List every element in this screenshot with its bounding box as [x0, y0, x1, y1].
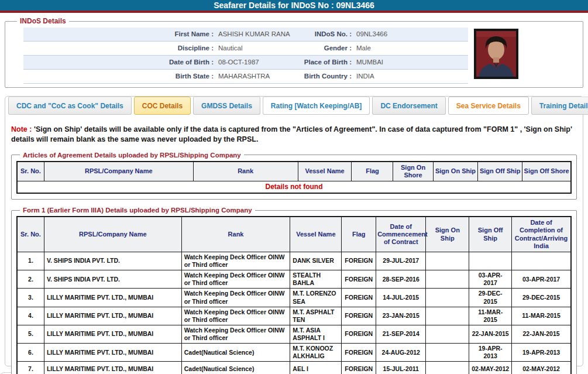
- cell-sr: 1.: [17, 252, 44, 270]
- gender-value: Male: [356, 42, 468, 55]
- birth-country-value: INDIA: [356, 70, 468, 83]
- table-row: 7. LILLY MARITIME PVT. LTD., MUMBAI Cade…: [17, 362, 571, 374]
- cell-vessel: STEALTH BAHLA: [290, 270, 342, 289]
- tab-sea-service-details[interactable]: Sea Service Details: [448, 97, 529, 115]
- cell-sign-on-ship: [426, 289, 469, 307]
- cell-completion: 02-MAY-2012: [512, 362, 571, 374]
- cell-commencement: 21-SEP-2014: [376, 325, 426, 343]
- table-row: 2. V. SHIPS INDIA PVT. LTD. Watch Keepin…: [17, 270, 571, 289]
- cell-sr: 3.: [17, 289, 44, 307]
- cell-flag: FOREIGN: [342, 289, 376, 307]
- first-name-label: First Name :: [23, 28, 214, 41]
- indos-no-label: INDoS No. :: [299, 28, 352, 41]
- aoa-table: Sr. No. RPSL/Company Name Rank Vessel Na…: [16, 161, 572, 194]
- cell-company: LILLY MARITIME PVT. LTD., MUMBAI: [44, 362, 181, 374]
- tab-training-details[interactable]: Training Details: [531, 97, 588, 115]
- form1-col-company: RPSL/Company Name: [44, 217, 181, 252]
- cell-vessel: M.T. KONOOZ ALKHALIG: [290, 344, 342, 362]
- seafarer-photo: [474, 29, 518, 79]
- cell-vessel: AEL I: [290, 362, 342, 374]
- cell-vessel: M.T. LORENZO SEA: [290, 289, 342, 307]
- cell-sign-off-ship: 29-DEC-2015: [469, 289, 512, 307]
- form1-col-sr: Sr. No.: [17, 217, 44, 252]
- note-text: 'Sign on Ship' details will be available…: [11, 125, 572, 143]
- indos-details-section: INDoS Details First Name : ASHISH KUMAR …: [5, 17, 583, 88]
- cell-company: LILLY MARITIME PVT. LTD., MUMBAI: [44, 307, 181, 325]
- tab-gmdss-details[interactable]: GMDSS Details: [193, 97, 260, 115]
- tab-rating[interactable]: Rating [Watch Keeping/AB]: [263, 97, 370, 115]
- tab-bar: CDC and "CoC as Cook" Details COC Detail…: [5, 97, 583, 115]
- cell-commencement: 23-JAN-2015: [376, 307, 426, 325]
- cell-sign-off-ship: [469, 252, 512, 270]
- cell-sign-on-ship: [426, 362, 469, 374]
- aoa-empty-row: Details not found: [17, 181, 571, 194]
- birth-state-label: Birth State :: [23, 70, 214, 83]
- cell-rank: Watch Keeping Deck Officer OINW or Third…: [181, 252, 290, 270]
- cell-commencement: 15-JUL-2011: [376, 362, 426, 374]
- aoa-col-flag: Flag: [352, 162, 393, 181]
- cell-completion: 03-APR-2017: [512, 270, 571, 289]
- form1-col-flag: Flag: [342, 217, 376, 252]
- cell-sign-off-ship: 19-APR-2013: [469, 344, 512, 362]
- cell-completion: 11-MAR-2015: [512, 307, 571, 325]
- cell-commencement: 29-JUL-2017: [376, 252, 426, 270]
- table-row: 4. LILLY MARITIME PVT. LTD., MUMBAI Watc…: [17, 307, 571, 325]
- dob-value: 08-OCT-1987: [218, 56, 294, 69]
- form1-col-commencement: Date of Commencement of Contract: [376, 217, 426, 252]
- cell-vessel: M.T. ASIA ASPHALT I: [290, 325, 342, 343]
- aoa-empty-message: Details not found: [17, 181, 571, 194]
- tab-panel: CDC and "CoC as Cook" Details COC Detail…: [5, 96, 583, 366]
- form1-header-row: Sr. No. RPSL/Company Name Rank Vessel Na…: [17, 217, 571, 252]
- aoa-col-off-shore: Sign Off Shore: [522, 162, 571, 181]
- pob-value: MUMBAI: [356, 56, 468, 69]
- cell-flag: FOREIGN: [342, 325, 376, 343]
- birth-state-value: MAHARASHTRA: [218, 70, 294, 83]
- aoa-header-row: Sr. No. RPSL/Company Name Rank Vessel Na…: [17, 162, 571, 181]
- aoa-legend: Articles of Agreement Details uploaded b…: [20, 152, 244, 159]
- cell-sr: 4.: [17, 307, 44, 325]
- seafarer-photo-graphic: [476, 31, 516, 77]
- tab-cdc-coc-cook[interactable]: CDC and "CoC as Cook" Details: [8, 97, 132, 115]
- page-title: Seafarer Details for INDoS No : 09NL3466: [214, 1, 374, 10]
- cell-sign-on-ship: [426, 344, 469, 362]
- cell-sign-on-ship: [426, 325, 469, 343]
- aoa-col-on-shore: Sign On Shore: [393, 162, 433, 181]
- aoa-section: Articles of Agreement Details uploaded b…: [11, 152, 577, 200]
- form1-table: Sr. No. RPSL/Company Name Rank Vessel Na…: [16, 216, 572, 374]
- cell-completion: 22-JAN-2015: [512, 325, 571, 343]
- table-row: 3. LILLY MARITIME PVT. LTD., MUMBAI Watc…: [17, 289, 571, 307]
- tab-coc-details[interactable]: COC Details: [134, 97, 191, 115]
- cell-company: LILLY MARITIME PVT. LTD., MUMBAI: [44, 344, 181, 362]
- indos-row-discipline: Discipline : Nautical Gender : Male: [23, 42, 468, 56]
- form1-legend: Form 1 (Earlier Form IIIA) Details uploa…: [20, 207, 255, 214]
- cell-flag: FOREIGN: [342, 344, 376, 362]
- form1-col-rank: Rank: [181, 217, 290, 252]
- indos-no-value: 09NL3466: [356, 28, 468, 41]
- cell-sign-off-ship: 22-JAN-2015: [469, 325, 512, 343]
- cell-sign-off-ship: 03-APR-2017: [469, 270, 512, 289]
- cell-flag: FOREIGN: [342, 270, 376, 289]
- tab-dc-endorsement[interactable]: DC Endorsement: [372, 97, 445, 115]
- form1-col-sign-on-ship: Sign On Ship: [426, 217, 469, 252]
- cell-company: LILLY MARITIME PVT. LTD., MUMBAI: [44, 325, 181, 343]
- dob-label: Date of Birth :: [23, 56, 214, 69]
- cell-rank: Watch Keeping Deck Officer OINW or Third…: [181, 325, 290, 343]
- indos-row-state: Birth State : MAHARASHTRA Birth Country …: [23, 70, 468, 84]
- aoa-col-rank: Rank: [193, 162, 298, 181]
- birth-country-label: Birth Country :: [299, 70, 352, 83]
- discipline-label: Discipline :: [23, 42, 214, 55]
- sign-on-ship-note: Note : 'Sign on Ship' details will be av…: [11, 125, 577, 145]
- cell-sign-on-ship: [426, 270, 469, 289]
- page-header: Seafarer Details for INDoS No : 09NL3466: [0, 0, 588, 13]
- cell-completion: 29-DEC-2015: [512, 289, 571, 307]
- cell-flag: FOREIGN: [342, 307, 376, 325]
- pob-label: Place of Birth :: [299, 56, 352, 69]
- cell-vessel: M.T. ASPHALT TEN: [290, 307, 342, 325]
- cell-sr: 5.: [17, 325, 44, 343]
- aoa-col-vessel: Vessel Name: [298, 162, 352, 181]
- cell-rank: Cadet(Nautical Science): [181, 344, 290, 362]
- first-name-value: ASHISH KUMAR RANA: [218, 28, 294, 41]
- cell-rank: Watch Keeping Deck Officer OINW or Third…: [181, 289, 290, 307]
- table-row: 5. LILLY MARITIME PVT. LTD., MUMBAI Watc…: [17, 325, 571, 343]
- form1-col-vessel: Vessel Name: [290, 217, 342, 252]
